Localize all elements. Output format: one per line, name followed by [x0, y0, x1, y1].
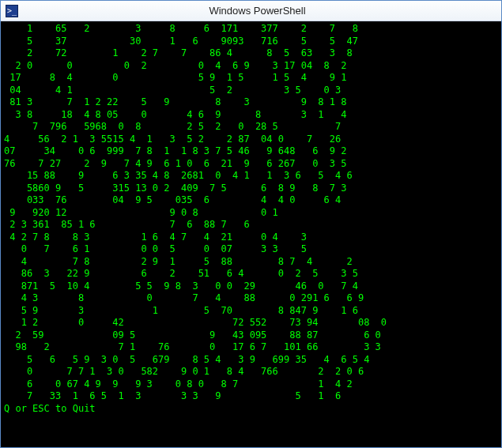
terminal-output[interactable]: 1 65 2 3 8 6 171 377 2 7 8 5 37 30 1 6 9… — [1, 21, 501, 447]
titlebar[interactable]: >_ Windows PowerShell — [1, 1, 501, 21]
window-title: Windows PowerShell — [18, 5, 496, 17]
powershell-window: >_ Windows PowerShell 1 65 2 3 8 6 171 3… — [0, 0, 502, 448]
powershell-icon: >_ — [6, 5, 18, 17]
powershell-icon-glyph: >_ — [7, 7, 17, 15]
